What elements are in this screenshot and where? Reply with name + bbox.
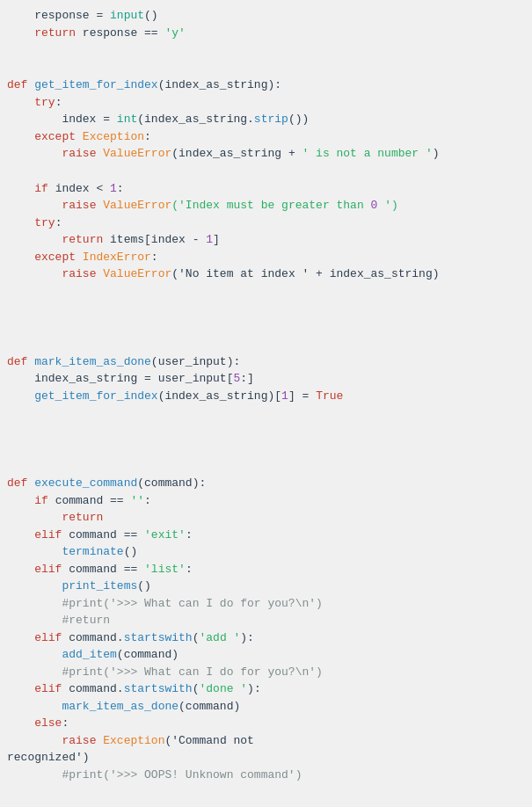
code-token: #print('>>> What can I do for you?\n') xyxy=(62,595,322,613)
code-line: elif command.startswith('add '): xyxy=(0,629,532,647)
code-token xyxy=(7,94,34,112)
code-token xyxy=(96,265,103,283)
code-token: True xyxy=(316,388,343,405)
code-token: '' xyxy=(130,492,144,510)
code-token xyxy=(27,475,34,492)
code-token: ' is not a number ' xyxy=(302,145,433,163)
code-token xyxy=(7,698,62,716)
code-token xyxy=(7,249,34,266)
code-token: elif xyxy=(34,680,62,698)
code-line: except IndexError: xyxy=(0,249,532,266)
code-token: terminate xyxy=(62,543,123,561)
code-token: command == xyxy=(62,527,144,544)
code-token: try xyxy=(34,94,55,112)
code-token xyxy=(7,646,62,664)
code-line: recognized') xyxy=(0,749,532,767)
code-token: ()) xyxy=(288,111,309,128)
code-line: elif command.startswith('done '): xyxy=(0,680,532,698)
code-token: (user_input): xyxy=(151,353,240,371)
code-line: return xyxy=(0,509,532,527)
code-token xyxy=(7,543,62,561)
code-line: try: xyxy=(0,94,532,112)
code-token: IndexError xyxy=(83,249,151,266)
code-line: #print('>>> What can I do for you?\n') xyxy=(0,664,532,681)
code-token: Exception xyxy=(103,732,164,750)
code-token: : xyxy=(62,715,69,732)
code-line: response = input() xyxy=(0,7,532,25)
code-token xyxy=(7,715,34,732)
code-line: mark_item_as_done(command) xyxy=(0,698,532,716)
code-token: if xyxy=(34,492,48,510)
code-token: : xyxy=(186,527,193,544)
code-token: raise xyxy=(62,145,96,163)
code-token xyxy=(7,664,62,681)
code-token: 1 xyxy=(281,388,288,405)
code-token: (command) xyxy=(117,646,179,664)
code-token: try xyxy=(34,214,55,232)
code-token: 0 xyxy=(371,197,378,214)
code-token: index = xyxy=(7,111,117,128)
code-token xyxy=(7,629,34,647)
code-token: execute_command xyxy=(34,475,137,492)
code-token: ] = xyxy=(288,388,316,405)
code-token: () xyxy=(124,543,138,561)
code-token: : xyxy=(151,249,158,266)
code-token: def xyxy=(7,353,27,371)
code-line: if command == '': xyxy=(0,492,532,510)
code-line: raise ValueError('No item at index ' + i… xyxy=(0,265,532,283)
code-line xyxy=(0,163,532,180)
code-token: () xyxy=(137,578,151,595)
code-token xyxy=(7,265,62,283)
code-token: get_item_for_index xyxy=(34,388,157,405)
code-token xyxy=(96,732,103,750)
code-token: raise xyxy=(62,197,96,214)
code-token: ValueError xyxy=(103,265,171,283)
code-line: get_item_for_index(index_as_string)[1] =… xyxy=(0,388,532,405)
code-token: return xyxy=(34,25,76,42)
code-token: recognized') xyxy=(7,749,90,767)
code-token: ): xyxy=(240,629,254,647)
code-token xyxy=(96,197,103,214)
code-token: ( xyxy=(193,680,200,698)
code-token: 'list' xyxy=(144,561,186,578)
code-line: raise Exception('Command not xyxy=(0,732,532,750)
code-token xyxy=(7,561,34,578)
code-line: def get_item_for_index(index_as_string): xyxy=(0,76,532,94)
code-line xyxy=(0,440,532,457)
code-token: (index_as_string + xyxy=(171,145,302,163)
code-token: startswith xyxy=(124,680,193,698)
code-token xyxy=(96,145,103,163)
code-token xyxy=(7,214,34,232)
code-token: : xyxy=(55,214,62,232)
code-token xyxy=(76,128,83,146)
code-line: raise ValueError('Index must be greater … xyxy=(0,197,532,214)
code-token: def xyxy=(7,475,27,492)
code-line xyxy=(0,41,532,59)
code-token: 'add ' xyxy=(199,629,240,647)
code-line: return items[index - 1] xyxy=(0,231,532,249)
code-token: raise xyxy=(62,732,96,750)
code-token: (command) xyxy=(179,698,240,716)
code-token xyxy=(7,595,62,613)
code-token xyxy=(7,527,34,544)
code-token xyxy=(7,388,34,405)
code-token xyxy=(7,680,34,698)
code-token: command == xyxy=(62,561,144,578)
code-line: #print('>>> OOPS! Unknown command') xyxy=(0,767,532,784)
code-token: () xyxy=(144,7,158,25)
code-token: 'y' xyxy=(164,25,185,42)
code-token: command. xyxy=(62,629,123,647)
code-token xyxy=(7,492,34,510)
code-token: return xyxy=(62,231,103,249)
code-editor: response = input() return response == 'y… xyxy=(0,0,532,807)
code-token xyxy=(27,353,34,371)
code-token: #print('>>> OOPS! Unknown command') xyxy=(62,767,302,784)
code-token xyxy=(27,76,34,94)
code-token: ) xyxy=(433,145,440,163)
code-token: response == xyxy=(76,25,164,42)
code-token: startswith xyxy=(124,629,193,647)
code-token xyxy=(7,509,62,527)
code-token: else xyxy=(34,715,62,732)
code-token: get_item_for_index xyxy=(34,76,157,94)
code-token: input xyxy=(110,7,144,25)
